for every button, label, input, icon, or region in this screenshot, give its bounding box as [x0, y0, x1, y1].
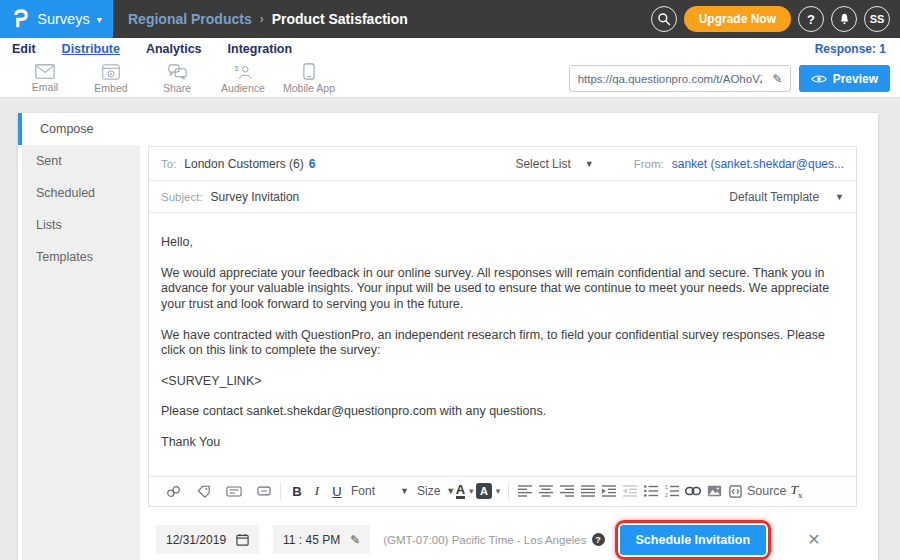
breadcrumb-separator: › — [260, 12, 264, 26]
edit-url-icon[interactable]: ✎ — [766, 72, 790, 86]
breadcrumb-parent[interactable]: Regional Products — [128, 11, 252, 27]
anchor-link-button[interactable] — [163, 480, 184, 502]
font-dropdown-label: Font — [351, 484, 375, 498]
channel-embed-label: Embed — [94, 82, 127, 94]
sidebar-item-compose-label: Compose — [40, 122, 94, 136]
chain-icon — [166, 485, 181, 498]
time-field[interactable]: 11 : 45 PM ✎ — [273, 525, 370, 554]
underline-button[interactable]: U — [327, 484, 347, 499]
tag-button[interactable] — [193, 480, 214, 502]
timezone-help-icon[interactable]: ? — [592, 533, 605, 546]
sidebar-item-sent[interactable]: Sent — [22, 145, 140, 177]
align-left-icon — [518, 485, 532, 497]
chevron-down-icon: ▼ — [446, 486, 455, 496]
body-paragraph: Hello, — [161, 235, 844, 251]
channel-mobile-app[interactable]: Mobile App — [276, 63, 342, 94]
font-dropdown[interactable]: Font ▼ — [347, 484, 413, 498]
merge-field-button[interactable] — [223, 480, 244, 502]
surveys-menu-label: Surveys — [37, 11, 89, 27]
surveys-menu[interactable]: Surveys ▾ — [0, 0, 113, 38]
align-center-icon — [539, 485, 553, 497]
subject-label: Subject: — [161, 191, 203, 203]
background-color-button[interactable]: A▼ — [476, 480, 502, 502]
select-list-dropdown[interactable]: Select List ▼ — [515, 157, 593, 171]
tab-distribute[interactable]: Distribute — [62, 42, 120, 56]
from-value[interactable]: sanket (sanket.shekdar@ques... — [672, 157, 844, 171]
email-body-editor[interactable]: Hello, We would appreciate your feedback… — [149, 213, 856, 476]
svg-text:1: 1 — [665, 485, 668, 490]
questionpro-logo-icon — [11, 8, 30, 30]
date-field[interactable]: 12/31/2019 — [156, 525, 259, 554]
text-color-button[interactable]: A▼ — [455, 480, 476, 502]
source-button[interactable]: Source — [729, 484, 787, 498]
tab-edit[interactable]: Edit — [12, 42, 36, 56]
preview-button[interactable]: Preview — [799, 65, 890, 92]
upgrade-now-button[interactable]: Upgrade Now — [684, 6, 791, 32]
justify-icon — [581, 485, 595, 497]
survey-url-input[interactable] — [570, 66, 766, 91]
sidebar-item-scheduled[interactable]: Scheduled — [22, 177, 140, 209]
schedule-invitation-button[interactable]: Schedule Invitation — [620, 525, 767, 555]
response-count[interactable]: Response: 1 — [815, 42, 886, 56]
user-avatar[interactable]: SS — [864, 6, 890, 32]
subject-row: Subject: Survey Invitation Default Templ… — [149, 181, 856, 213]
numbered-list-icon: 12 — [665, 485, 679, 497]
body-paragraph: <SURVEY_LINK> — [161, 374, 844, 390]
channel-embed[interactable]: Embed — [78, 64, 144, 94]
subject-value[interactable]: Survey Invitation — [211, 190, 300, 204]
insert-image-button[interactable] — [704, 480, 725, 502]
sidebar-item-lists[interactable]: Lists — [22, 209, 140, 241]
numbered-list-button[interactable]: 12 — [662, 480, 683, 502]
time-value: 11 : 45 PM — [283, 533, 340, 547]
justify-button[interactable] — [578, 480, 599, 502]
button-insert-button[interactable] — [253, 480, 274, 502]
sidebar-item-compose[interactable]: Compose — [18, 113, 878, 145]
email-compose-box: To: London Customers (6) 6 Select List ▼… — [148, 146, 857, 507]
close-icon[interactable]: ✕ — [807, 530, 820, 549]
source-doc-icon — [729, 485, 742, 498]
sidebar-item-templates[interactable]: Templates — [22, 241, 140, 273]
bullet-list-icon — [644, 485, 658, 497]
body-paragraph: Thank You — [161, 435, 844, 451]
email-icon — [35, 64, 55, 79]
date-value: 12/31/2019 — [166, 533, 226, 547]
mobile-app-icon — [303, 63, 315, 80]
size-dropdown[interactable]: Size ▼ — [413, 484, 455, 498]
preview-button-label: Preview — [833, 72, 878, 86]
template-dropdown-label: Default Template — [729, 190, 819, 204]
tab-integration[interactable]: Integration — [228, 42, 293, 56]
tab-analytics[interactable]: Analytics — [146, 42, 202, 56]
insert-link-button[interactable] — [683, 480, 704, 502]
search-icon — [657, 12, 671, 26]
calendar-icon — [236, 533, 249, 546]
indent-icon — [602, 485, 616, 497]
channel-email[interactable]: Email — [12, 64, 78, 93]
decrease-indent-button[interactable] — [620, 480, 641, 502]
help-button[interactable]: ? — [798, 6, 824, 32]
template-dropdown[interactable]: Default Template ▼ — [729, 190, 844, 204]
bold-button[interactable]: B — [287, 484, 307, 499]
recipient-count[interactable]: 6 — [309, 157, 316, 171]
align-right-button[interactable] — [557, 480, 578, 502]
remove-format-button[interactable]: Tx — [791, 482, 803, 500]
increase-indent-button[interactable] — [599, 480, 620, 502]
channel-audience[interactable]: $ Audience — [210, 64, 276, 94]
schedule-row: 12/31/2019 11 : 45 PM ✎ (GMT-07:00) Paci… — [148, 520, 857, 560]
survey-nav: Edit Distribute Analytics Integration Re… — [0, 38, 900, 60]
chevron-down-icon: ▼ — [494, 487, 502, 496]
link-icon — [685, 486, 701, 496]
editor-toolbar: B I U Font ▼ Size ▼ A▼ — [149, 476, 856, 506]
chevron-down-icon: ▼ — [585, 159, 594, 169]
notifications-button[interactable] — [831, 6, 857, 32]
channel-share[interactable]: Share — [144, 64, 210, 94]
body-paragraph: Please contact sanket.shekdar@questionpr… — [161, 404, 844, 420]
toolbar-divider — [280, 482, 281, 500]
bullet-list-button[interactable] — [641, 480, 662, 502]
to-value[interactable]: London Customers (6) — [184, 157, 303, 171]
italic-button[interactable]: I — [307, 483, 327, 499]
eye-icon — [811, 74, 827, 84]
select-list-label: Select List — [515, 157, 570, 171]
search-button[interactable] — [651, 6, 677, 32]
align-center-button[interactable] — [536, 480, 557, 502]
align-left-button[interactable] — [515, 480, 536, 502]
